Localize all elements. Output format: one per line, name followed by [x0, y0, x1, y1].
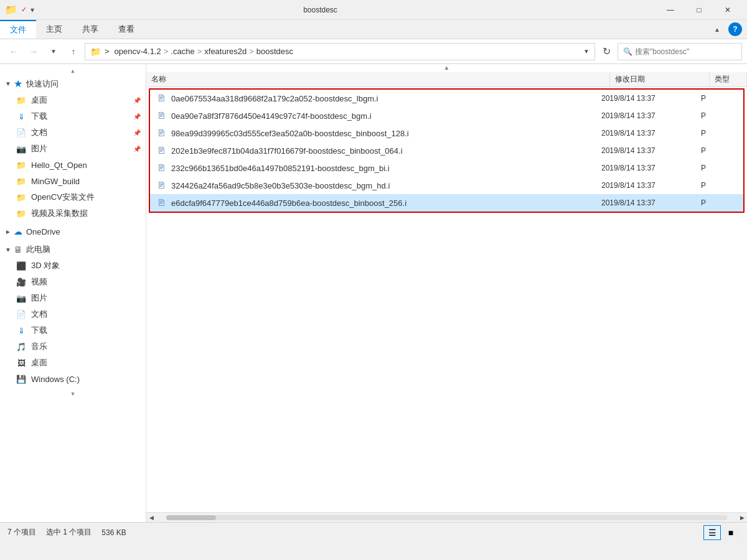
sidebar-item-pictures[interactable]: 📷 图片 [0, 290, 146, 306]
address-bar: ← → ▼ ↑ 📁 > opencv-4.1.2 > .cache > xfea… [0, 39, 747, 64]
music-label: 音乐 [31, 341, 47, 352]
col-header-name[interactable]: 名称 [146, 72, 610, 86]
horizontal-scrollbar[interactable]: ◀ ▶ [146, 512, 747, 522]
path-sep-3: > [249, 47, 254, 56]
sidebar-item-hello-qt[interactable]: 📁 Hello_Qt_Open [0, 157, 146, 173]
path-sep-2: > [197, 47, 202, 56]
list-item[interactable]: 🖹 98ea99d399965c03d555cef3ea502a0b-boost… [150, 124, 743, 142]
pin-icon-desktop: 📌 [133, 97, 141, 104]
search-box[interactable]: 🔍 [618, 43, 742, 60]
ribbon-collapse-button[interactable]: ▲ [708, 21, 726, 38]
refresh-button[interactable]: ↻ [598, 43, 615, 60]
address-path[interactable]: 📁 > opencv-4.1.2 > .cache > xfeatures2d … [85, 43, 595, 60]
sidebar-item-windows[interactable]: 💾 Windows (C:) [0, 371, 146, 387]
window-title: boostdesc [0, 6, 656, 14]
back-button[interactable]: ← [5, 43, 22, 60]
file-icon-3: 🖹 [155, 144, 167, 157]
file-name-4: 232c966b13651bd0e46a1497b0852191-boostde… [171, 164, 601, 173]
ribbon: 文件 主页 共享 查看 ▲ ? [0, 20, 747, 39]
videos-label: 视频 [31, 276, 47, 287]
windows-label: Windows (C:) [31, 375, 80, 384]
list-item[interactable]: 🖹 e6dcfa9f647779eb1ce446a8d759b6ea-boost… [150, 194, 743, 212]
view-controls: ☰ ■ [703, 525, 740, 540]
sidebar-item-desktop-quick[interactable]: 📁 桌面 📌 [0, 92, 146, 108]
folder-icon-mingw: 📁 [15, 175, 27, 187]
file-area: ▲ 名称 修改日期 类型 🖹 0ae0675534aa318d9668f2a17… [146, 64, 747, 522]
thispc-header[interactable]: ▼ 🖥 此电脑 [0, 241, 146, 258]
minimize-button[interactable]: — [656, 0, 685, 20]
maximize-button[interactable]: □ [685, 0, 713, 20]
search-input[interactable] [635, 47, 736, 56]
quick-access-section: ▼ ★ 快速访问 📁 桌面 📌 ⇓ 下载 📌 📄 文档 📌 📷 图片 [0, 75, 146, 222]
sidebar-item-pictures-quick[interactable]: 📷 图片 📌 [0, 141, 146, 157]
hscroll-left-button[interactable]: ◀ [146, 513, 156, 523]
selection-box: 🖹 0ae0675534aa318d9668f2a179c2a052-boost… [149, 88, 745, 213]
sidebar-scroll-up[interactable]: ▲ [0, 67, 146, 75]
col-header-date[interactable]: 修改日期 [610, 72, 710, 86]
up-button[interactable]: ↑ [65, 43, 82, 60]
file-date-3: 2019/8/14 13:37 [601, 146, 701, 155]
file-date-5: 2019/8/14 13:37 [601, 181, 701, 190]
quick-access-header[interactable]: ▼ ★ 快速访问 [0, 75, 146, 92]
sidebar-item-downloads[interactable]: ⇓ 下载 [0, 322, 146, 338]
hscroll-thumb[interactable] [166, 515, 216, 520]
sidebar-item-desktop[interactable]: 🖼 桌面 [0, 355, 146, 371]
list-item[interactable]: 🖹 232c966b13651bd0e46a1497b0852191-boost… [150, 159, 743, 177]
help-button[interactable]: ? [728, 22, 742, 36]
hscroll-right-button[interactable]: ▶ [737, 513, 747, 523]
path-segment-boostdesc[interactable]: boostdesc [256, 47, 293, 56]
file-date-1: 2019/8/14 13:37 [601, 111, 701, 120]
windows-icon: 💾 [15, 373, 27, 385]
expand-icon: ▼ [5, 80, 11, 87]
file-name-3: 202e1b3e9fec871b04da31f7f016679f-boostde… [171, 146, 601, 156]
file-size: 536 KB [101, 528, 126, 537]
doc-icon-quick: 📄 [15, 126, 27, 139]
tab-view[interactable]: 查看 [108, 20, 144, 39]
path-segment-xfeatures2d[interactable]: xfeatures2d [204, 47, 247, 56]
desktop-label: 桌面 [31, 95, 47, 106]
list-item[interactable]: 🖹 0ae0675534aa318d9668f2a179c2a052-boost… [150, 90, 743, 107]
file-type-5: P [701, 181, 738, 190]
thispc-expand-icon: ▼ [5, 246, 11, 253]
sidebar-item-videos[interactable]: 🎥 视频 [0, 274, 146, 290]
sidebar-item-mingw[interactable]: 📁 MinGW_build [0, 173, 146, 189]
sidebar-item-3d[interactable]: ⬛ 3D 对象 [0, 258, 146, 274]
col-header-type[interactable]: 类型 [710, 72, 747, 86]
desktop-label-pc: 桌面 [31, 357, 47, 368]
onedrive-header[interactable]: ► ☁ OneDrive [0, 224, 146, 239]
folder-icon-video-data: 📁 [15, 207, 27, 220]
path-segment-1[interactable]: > [105, 47, 110, 56]
tab-file[interactable]: 文件 [0, 20, 36, 39]
file-name-6: e6dcfa9f647779eb1ce446a8d759b6ea-boostde… [171, 198, 601, 208]
window-controls: — □ ✕ [656, 0, 742, 20]
tab-share[interactable]: 共享 [72, 20, 108, 39]
downloads-icon: ⇓ [15, 324, 27, 337]
path-segment-opencv[interactable]: opencv-4.1.2 [115, 47, 161, 56]
onedrive-label: OneDrive [26, 227, 60, 236]
details-view-button[interactable]: ☰ [703, 525, 721, 540]
sidebar-item-docs-quick[interactable]: 📄 文档 📌 [0, 124, 146, 141]
close-button[interactable]: ✕ [713, 0, 742, 20]
sidebar-item-music[interactable]: 🎵 音乐 [0, 338, 146, 355]
path-segment-cache[interactable]: .cache [171, 47, 194, 56]
file-date-2: 2019/8/14 13:37 [601, 129, 701, 138]
list-item[interactable]: 🖹 0ea90e7a8f3f7876d450e4149c97c74f-boost… [150, 107, 743, 124]
forward-button[interactable]: → [25, 43, 42, 60]
tab-home[interactable]: 主页 [36, 20, 72, 39]
file-type-2: P [701, 129, 738, 138]
file-type-4: P [701, 164, 738, 172]
sidebar-item-video-data[interactable]: 📁 视频及采集数据 [0, 205, 146, 222]
path-dropdown-icon[interactable]: ▼ [583, 48, 590, 55]
sidebar-scroll-down[interactable]: ▼ [0, 390, 146, 398]
large-icons-view-button[interactable]: ■ [722, 525, 740, 540]
list-item[interactable]: 🖹 324426a24fa56ad9c5b8e3e0b3e5303e-boost… [150, 177, 743, 194]
dropdown-nav-button[interactable]: ▼ [45, 43, 62, 60]
hscroll-track[interactable] [166, 515, 727, 520]
file-icon-5: 🖹 [155, 179, 167, 192]
sidebar-item-documents[interactable]: 📄 文档 [0, 306, 146, 322]
list-item[interactable]: 🖹 202e1b3e9fec871b04da31f7f016679f-boost… [150, 142, 743, 159]
sidebar-item-opencv-install[interactable]: 📁 OpenCV安装文件 [0, 189, 146, 205]
pictures-label: 图片 [31, 292, 47, 304]
sidebar-item-downloads-quick[interactable]: ⇓ 下载 📌 [0, 108, 146, 124]
file-date-0: 2019/8/14 13:37 [601, 94, 701, 103]
